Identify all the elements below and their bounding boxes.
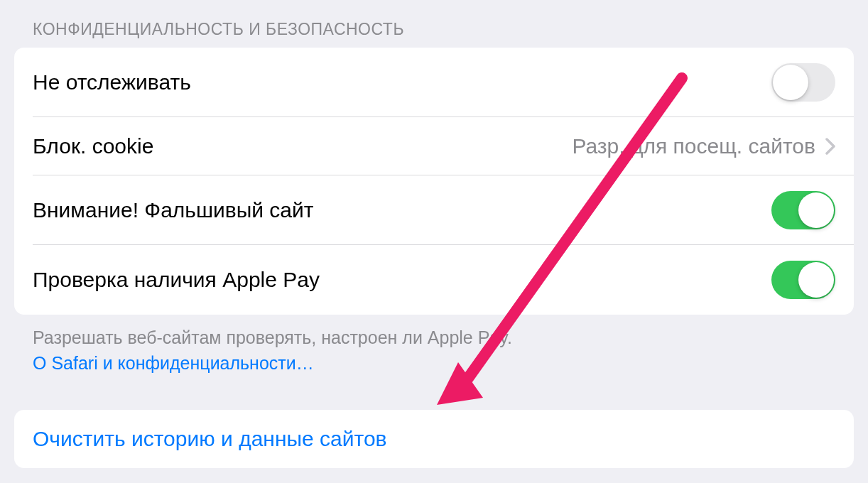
toggle-knob	[798, 262, 834, 298]
footer-link-about-safari-privacy[interactable]: О Safari и конфиденциальности…	[33, 352, 835, 376]
row-label-check-apple-pay: Проверка наличия Apple Pay	[33, 268, 320, 292]
row-detail-block-cookies: Разр. для посещ. сайтов	[573, 134, 816, 158]
row-right-block-cookies: Разр. для посещ. сайтов	[573, 134, 836, 158]
section-header-privacy: КОНФИДЕНЦИАЛЬНОСТЬ И БЕЗОПАСНОСТЬ	[0, 0, 868, 48]
row-clear-history[interactable]: Очистить историю и данные сайтов	[14, 410, 854, 468]
toggle-check-apple-pay[interactable]	[771, 261, 835, 299]
chevron-right-icon	[825, 138, 835, 155]
footer-description: Разрешать веб-сайтам проверять, настроен…	[33, 327, 512, 347]
row-check-apple-pay[interactable]: Проверка наличия Apple Pay	[14, 245, 854, 315]
row-fraud-warning[interactable]: Внимание! Фальшивый сайт	[14, 175, 854, 245]
settings-group-action: Очистить историю и данные сайтов	[14, 410, 854, 468]
footer-text: Разрешать веб-сайтам проверять, настроен…	[0, 315, 868, 376]
row-label-block-cookies: Блок. cookie	[33, 134, 153, 158]
toggle-fraud-warning[interactable]	[771, 191, 835, 229]
row-label-do-not-track: Не отслеживать	[33, 70, 191, 94]
row-label-fraud-warning: Внимание! Фальшивый сайт	[33, 198, 314, 222]
toggle-knob	[773, 65, 808, 100]
toggle-do-not-track[interactable]	[771, 63, 835, 102]
action-label-clear-history: Очистить историю и данные сайтов	[33, 427, 387, 451]
settings-group-privacy: Не отслеживать Блок. cookie Разр. для по…	[14, 48, 854, 315]
row-do-not-track[interactable]: Не отслеживать	[14, 48, 854, 117]
settings-container: КОНФИДЕНЦИАЛЬНОСТЬ И БЕЗОПАСНОСТЬ Не отс…	[0, 0, 868, 468]
toggle-knob	[798, 192, 834, 228]
row-block-cookies[interactable]: Блок. cookie Разр. для посещ. сайтов	[14, 117, 854, 175]
